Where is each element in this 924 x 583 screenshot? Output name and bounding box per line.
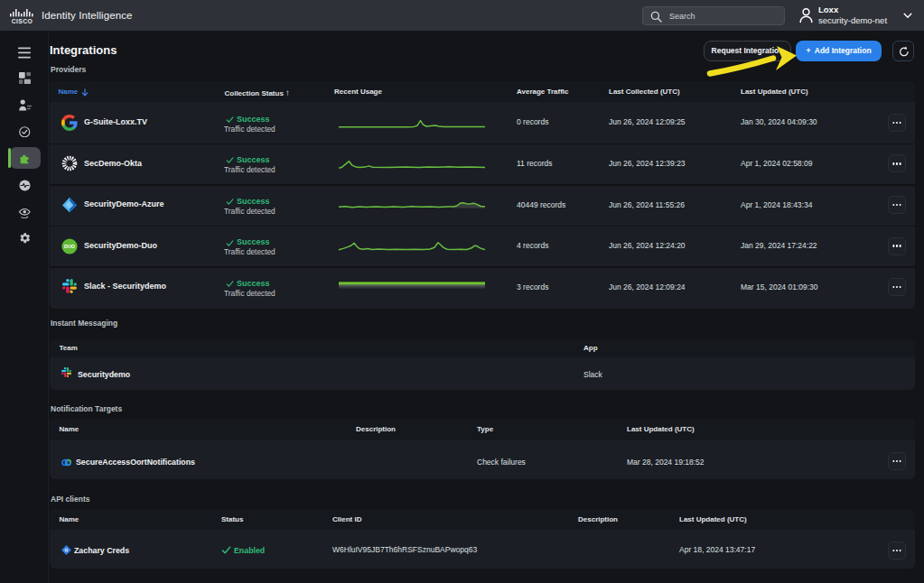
svg-text:CISCO: CISCO: [12, 18, 33, 24]
svg-text:DUO: DUO: [64, 244, 75, 249]
